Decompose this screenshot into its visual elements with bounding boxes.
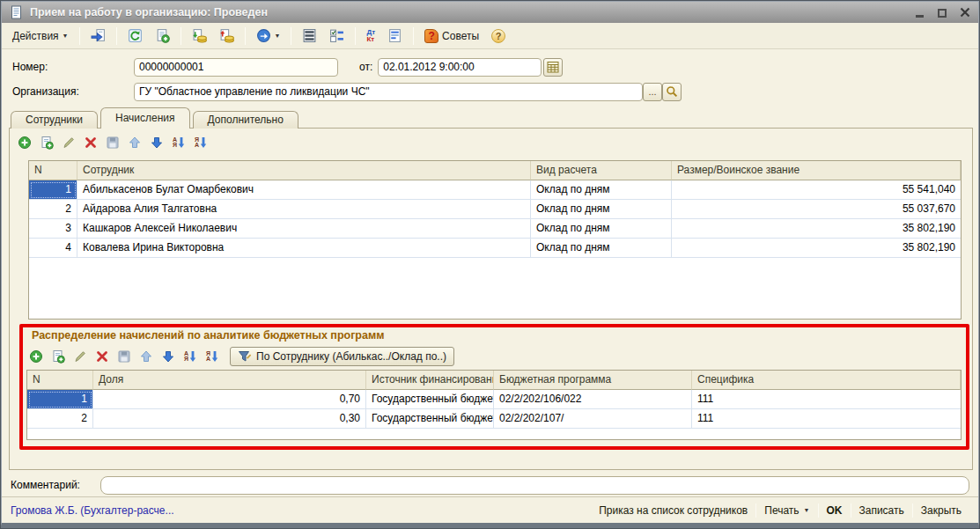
edit-row-button[interactable] bbox=[59, 133, 78, 152]
separator bbox=[245, 27, 246, 45]
arrow-down-icon bbox=[161, 349, 175, 364]
share-cell[interactable]: 0,70 bbox=[93, 390, 366, 409]
edit-row-button[interactable] bbox=[70, 347, 90, 366]
minimize-icon[interactable] bbox=[913, 7, 925, 18]
end-edit-button[interactable] bbox=[114, 347, 134, 366]
copy-icon bbox=[155, 28, 170, 43]
save-button[interactable]: Записать bbox=[851, 504, 912, 517]
copy-icon bbox=[51, 349, 65, 364]
tab-strip: Сотрудники Начисления Дополнительно bbox=[11, 107, 298, 129]
sort-desc-button[interactable]: ЯА bbox=[203, 347, 222, 366]
employee-cell[interactable]: Кашкаров Алексей Николаевич bbox=[77, 219, 531, 239]
close-button[interactable]: Закрыть bbox=[913, 504, 969, 517]
delete-icon bbox=[95, 349, 109, 364]
copy-row-button[interactable] bbox=[48, 347, 68, 366]
end-edit-button[interactable] bbox=[103, 133, 122, 152]
sort-asc-icon: АЯ bbox=[184, 350, 196, 363]
filter-by-employee-button[interactable]: По Сотруднику (Абилькас../Оклад по..) bbox=[230, 347, 454, 366]
table-row: 2 0,30 Государственный бюджет 02/2/202/1… bbox=[27, 409, 961, 429]
checkbox-settings-button[interactable] bbox=[324, 26, 350, 47]
report-icon bbox=[387, 28, 402, 43]
amount-cell[interactable]: 35 802,190 bbox=[672, 239, 961, 258]
calendar-button[interactable] bbox=[543, 58, 563, 77]
calc-type-cell[interactable]: Оклад по дням bbox=[531, 200, 672, 219]
amount-cell[interactable]: 55 541,040 bbox=[672, 180, 961, 200]
share-cell[interactable]: 0,30 bbox=[93, 409, 366, 429]
employee-cell[interactable]: Абилькасенов Булат Омарбекович bbox=[77, 180, 531, 200]
add-row-button[interactable] bbox=[26, 347, 46, 366]
status-bar: Громова Ж.Б. (Бухгалтер-расче... Приказ … bbox=[2, 496, 978, 523]
add-row-button[interactable] bbox=[15, 133, 34, 152]
row-number-cell[interactable]: 3 bbox=[29, 219, 77, 239]
sort-asc-button[interactable]: АЯ bbox=[181, 347, 200, 366]
budget-program-cell[interactable]: 02/2/202/106/022 bbox=[494, 390, 692, 409]
calc-type-cell[interactable]: Оклад по дням bbox=[531, 239, 672, 258]
save-record-button[interactable] bbox=[85, 26, 111, 47]
post-document-button[interactable] bbox=[187, 26, 212, 47]
tab-nachisleniya[interactable]: Начисления bbox=[100, 107, 190, 129]
delete-row-button[interactable] bbox=[92, 347, 112, 366]
amount-cell[interactable]: 35 802,190 bbox=[672, 219, 961, 239]
tab-sotrudniki[interactable]: Сотрудники bbox=[11, 111, 98, 129]
funding-source-cell[interactable]: Государственный бюджет bbox=[366, 390, 494, 409]
chevron-down-icon: ▼ bbox=[275, 33, 281, 39]
date-input[interactable] bbox=[378, 58, 542, 77]
order-list-button[interactable]: Приказ на список сотрудников bbox=[591, 504, 755, 517]
refresh-button[interactable] bbox=[122, 26, 148, 47]
sort-asc-button[interactable]: АЯ bbox=[169, 133, 188, 152]
amount-cell[interactable]: 55 037,670 bbox=[672, 200, 961, 219]
row-number-cell[interactable]: 1 bbox=[29, 180, 77, 200]
specifics-cell[interactable]: 111 bbox=[692, 409, 961, 429]
copy-row-button[interactable] bbox=[37, 133, 56, 152]
tips-label: Советы bbox=[442, 30, 479, 42]
report-button[interactable] bbox=[382, 26, 408, 47]
ok-button[interactable]: OK bbox=[819, 504, 851, 517]
funding-source-cell[interactable]: Государственный бюджет bbox=[366, 409, 494, 429]
organization-open-button[interactable] bbox=[662, 83, 682, 101]
close-icon[interactable] bbox=[959, 7, 971, 18]
row-number-cell[interactable]: 4 bbox=[29, 239, 77, 258]
tab-panel: АЯ ЯА N Сотрудник Вид расчета Размер/Вои… bbox=[9, 128, 973, 470]
row-number-cell[interactable]: 1 bbox=[27, 390, 93, 409]
employee-cell[interactable]: Ковалева Ирина Викторовна bbox=[77, 239, 531, 258]
move-up-button[interactable] bbox=[136, 347, 156, 366]
actions-menu-button[interactable]: Действия ▼ bbox=[7, 26, 74, 47]
allocation-section-highlight: Распределение начислений по аналитике бю… bbox=[19, 324, 969, 450]
move-up-button[interactable] bbox=[125, 133, 144, 152]
copy-button[interactable] bbox=[150, 26, 175, 47]
row-number-cell[interactable]: 2 bbox=[27, 409, 93, 429]
calc-type-cell[interactable]: Оклад по дням bbox=[531, 219, 672, 239]
list-settings-button[interactable] bbox=[297, 26, 322, 47]
calc-type-cell[interactable]: Оклад по дням bbox=[531, 180, 672, 200]
separator bbox=[291, 27, 291, 45]
allocation-table: N Доля Источник финансирования Бюджетная… bbox=[26, 370, 962, 440]
move-down-button[interactable] bbox=[158, 347, 178, 366]
sort-desc-button[interactable]: ЯА bbox=[191, 133, 210, 152]
delete-icon bbox=[84, 136, 98, 150]
move-down-button[interactable] bbox=[147, 133, 166, 152]
unpost-document-button[interactable] bbox=[214, 26, 239, 47]
tab-dopolnitelno[interactable]: Дополнительно bbox=[193, 111, 298, 129]
number-label: Номер: bbox=[12, 61, 134, 73]
print-button[interactable]: Печать ▼ bbox=[756, 504, 817, 517]
go-to-button[interactable]: ▼ bbox=[251, 26, 286, 47]
number-input[interactable] bbox=[134, 58, 338, 77]
add-icon bbox=[29, 349, 43, 364]
delete-row-button[interactable] bbox=[81, 133, 100, 152]
tips-button[interactable]: ? Советы bbox=[419, 26, 484, 47]
row-number-cell[interactable]: 2 bbox=[29, 200, 77, 219]
dt-kt-button[interactable]: ДтКт bbox=[361, 26, 380, 47]
arrow-down-icon bbox=[150, 136, 164, 150]
organization-input[interactable] bbox=[134, 83, 643, 101]
window-title: Прием на работу в организацию: Проведен bbox=[30, 6, 907, 18]
comment-input[interactable] bbox=[100, 476, 969, 495]
organization-select-button[interactable]: ... bbox=[643, 83, 662, 101]
specifics-cell[interactable]: 111 bbox=[692, 390, 961, 409]
employee-cell[interactable]: Айдарова Алия Талгатовна bbox=[77, 200, 531, 219]
maximize-icon[interactable] bbox=[936, 7, 948, 18]
add-icon bbox=[18, 136, 32, 150]
help-button[interactable]: ? bbox=[486, 26, 511, 47]
budget-program-cell[interactable]: 02/2/202/107/ bbox=[494, 409, 692, 429]
separator bbox=[79, 27, 80, 45]
pencil-icon bbox=[62, 136, 76, 150]
